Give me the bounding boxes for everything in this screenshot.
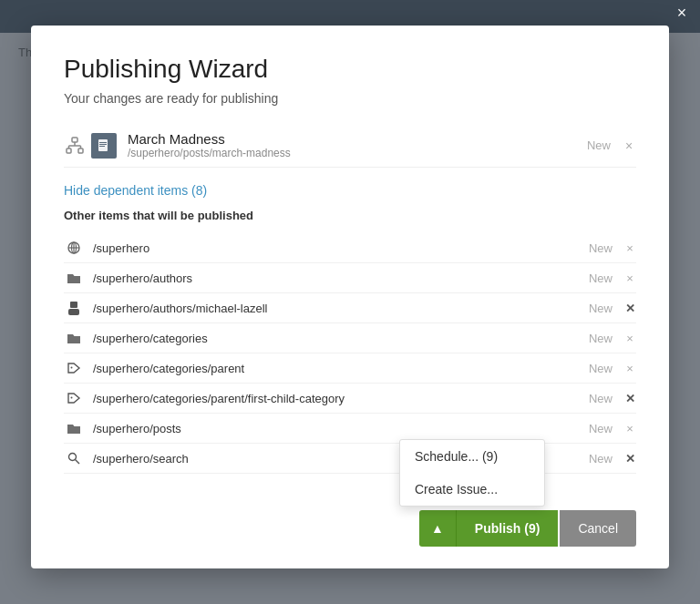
svg-point-19 (69, 454, 77, 461)
dep-item-badge: New (589, 392, 612, 405)
publish-button-group: ▲ Publish (9) Cancel Schedule... (9)Crea… (419, 510, 636, 547)
svg-rect-9 (99, 144, 107, 145)
dep-item-badge: New (589, 241, 612, 255)
tag-icon (64, 358, 84, 378)
modal-subtitle: Your changes are ready for publishing (64, 91, 636, 106)
dep-item-remove-button[interactable]: × (623, 241, 636, 255)
dependent-items-list: /superhero New × /superhero/authors New … (64, 233, 636, 474)
dependent-item: /superhero/categories/parent New × (64, 353, 636, 384)
dependent-item: /superhero New × (64, 233, 636, 263)
svg-rect-0 (72, 138, 77, 142)
svg-point-18 (71, 397, 73, 399)
svg-rect-2 (78, 148, 83, 153)
main-item-path: /superhero/posts/march-madness (128, 147, 587, 159)
dep-item-remove-button[interactable]: ✕ (623, 392, 636, 405)
svg-line-20 (76, 460, 80, 465)
modal-footer: ▲ Publish (9) Cancel Schedule... (9)Crea… (31, 496, 669, 568)
dep-item-path: /superhero (93, 241, 589, 255)
dropdown-item-0[interactable]: Schedule... (9) (400, 440, 544, 473)
dep-item-path: /superhero/posts (93, 422, 589, 435)
tag-icon (64, 388, 84, 408)
publishing-wizard-modal: × Publishing Wizard Your changes are rea… (31, 26, 669, 568)
dep-item-remove-button[interactable]: × (623, 271, 636, 285)
hierarchy-icon (64, 135, 86, 157)
dep-item-remove-button[interactable]: ✕ (623, 302, 636, 315)
modal-body: Publishing Wizard Your changes are ready… (31, 26, 669, 496)
modal-overlay: × Publishing Wizard Your changes are rea… (0, 0, 700, 604)
dep-item-path: /superhero/categories (93, 332, 589, 345)
dep-item-path: /superhero/categories/parent/first-child… (93, 392, 589, 405)
svg-point-17 (71, 367, 73, 369)
dep-item-path: /superhero/categories/parent (93, 362, 589, 375)
dep-item-remove-button[interactable]: × (623, 362, 636, 375)
folder-icon (64, 268, 84, 288)
svg-rect-8 (99, 142, 107, 143)
dropdown-item-1[interactable]: Create Issue... (400, 473, 544, 506)
svg-rect-10 (99, 146, 105, 147)
dep-item-badge: New (589, 452, 612, 466)
other-items-title: Other items that will be published (64, 209, 636, 222)
main-item-name: March Madness (128, 131, 587, 147)
svg-rect-16 (68, 309, 79, 315)
search-icon (64, 448, 84, 468)
main-item-icons (64, 133, 117, 159)
dep-item-badge: New (589, 332, 612, 345)
hide-dependent-link[interactable]: Hide dependent items (8) (64, 183, 207, 198)
main-item-text: March Madness /superhero/posts/march-mad… (128, 131, 587, 159)
dep-item-path: /superhero/authors (93, 271, 589, 285)
dep-item-remove-button[interactable]: × (623, 332, 636, 345)
dep-item-remove-button[interactable]: ✕ (623, 452, 636, 466)
publish-dropdown-menu: Schedule... (9)Create Issue... (399, 439, 545, 507)
globe-icon (64, 238, 84, 258)
dep-item-path: /superhero/authors/michael-lazell (93, 302, 589, 315)
dependent-item: /superhero/categories New × (64, 323, 636, 353)
dependent-item: /superhero/authors New × (64, 263, 636, 293)
folder-icon (64, 418, 84, 438)
arrow-up-icon: ▲ (431, 521, 444, 536)
dep-item-badge: New (589, 302, 612, 315)
folder-icon (64, 328, 84, 348)
publish-dropdown-arrow[interactable]: ▲ (419, 510, 456, 547)
modal-close-button[interactable]: × (669, 0, 695, 26)
dep-item-badge: New (589, 271, 612, 285)
dependent-item: /superhero/posts New × (64, 414, 636, 444)
main-publish-item: March Madness /superhero/posts/march-mad… (64, 124, 636, 168)
svg-rect-7 (98, 139, 108, 151)
svg-rect-15 (70, 302, 77, 308)
dep-item-remove-button[interactable]: × (623, 422, 636, 435)
document-icon (91, 133, 117, 159)
svg-rect-1 (67, 148, 71, 153)
dep-item-badge: New (589, 362, 612, 375)
modal-title: Publishing Wizard (64, 55, 636, 84)
main-item-badge: New (587, 138, 611, 152)
dependent-item: /superhero/search New ✕ (64, 444, 636, 474)
person-icon (64, 298, 84, 318)
cancel-button[interactable]: Cancel (560, 510, 636, 547)
dependent-item: /superhero/authors/michael-lazell New ✕ (64, 293, 636, 323)
dep-item-badge: New (589, 422, 612, 435)
publish-button[interactable]: Publish (9) (456, 510, 559, 547)
dependent-item: /superhero/categories/parent/first-child… (64, 384, 636, 414)
main-item-remove-button[interactable]: × (622, 138, 636, 153)
